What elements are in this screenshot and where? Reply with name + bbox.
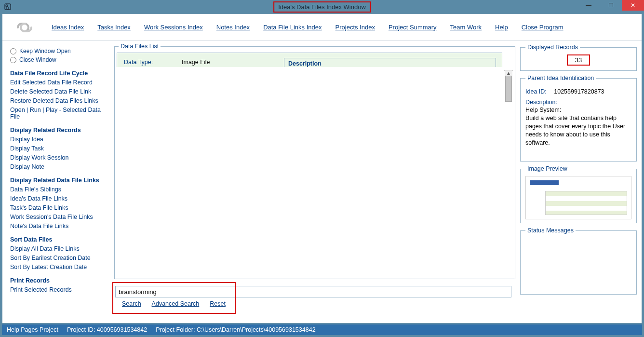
footer-project-id-label: Project ID: xyxy=(67,326,95,333)
center-column: Data Files List Displaying All Records D… xyxy=(113,41,518,323)
image-preview xyxy=(525,176,631,219)
advanced-search-button[interactable]: Advanced Search xyxy=(152,300,200,307)
left-sidebar: Keep Window Open Close Window Data File … xyxy=(2,41,113,323)
idea-id-label: Idea ID: xyxy=(525,88,547,95)
svg-point-1 xyxy=(6,5,8,7)
status-messages-legend: Status Messages xyxy=(525,227,576,234)
footer-project-folder-label: Project Folder: xyxy=(156,326,195,333)
link-display-note[interactable]: Display Note xyxy=(10,163,107,170)
record-card[interactable]: Data Type: Image File Data File ID: 6506… xyxy=(117,53,502,67)
nav-data-file-links-index[interactable]: Data File Links Index xyxy=(263,24,322,31)
parent-idea-box: Parent Idea Identification Idea ID: 1025… xyxy=(520,75,637,162)
link-work-sessions-data-file-links[interactable]: Work Session's Data File Links xyxy=(10,214,107,220)
close-button[interactable]: ✕ xyxy=(622,0,644,11)
nav-help[interactable]: Help xyxy=(495,24,508,31)
link-print-selected-records[interactable]: Print Selected Records xyxy=(10,286,107,293)
records-viewport: Data Type: Image File Data File ID: 6506… xyxy=(115,50,515,67)
nav-tasks-index[interactable]: Tasks Index xyxy=(97,24,131,31)
group-heading: Display Related Data File Links xyxy=(10,177,107,184)
nav-close-program[interactable]: Close Program xyxy=(522,24,564,31)
link-ideas-data-file-links[interactable]: Idea's Data File Links xyxy=(10,195,107,202)
group-heading: Data File Record Life Cycle xyxy=(10,70,107,77)
image-preview-legend: Image Preview xyxy=(525,165,569,172)
footer-project-folder: C:\Users\Darren\Projects\400956931534842 xyxy=(197,326,316,333)
status-messages-box: Status Messages xyxy=(520,227,637,295)
radio-label: Close Window xyxy=(19,56,56,63)
footer-project-name: Help Pages Project xyxy=(7,326,58,333)
radio-close-window[interactable]: Close Window xyxy=(10,56,107,63)
app-icon xyxy=(3,2,13,12)
link-open-run-play-selected-data-file[interactable]: Open | Run | Play - Selected Data File xyxy=(10,107,107,120)
group-heading: Print Records xyxy=(10,277,107,284)
search-button[interactable]: Search xyxy=(122,300,141,307)
link-notes-data-file-links[interactable]: Note's Data File Links xyxy=(10,223,107,229)
link-display-idea[interactable]: Display Idea xyxy=(10,136,107,143)
link-delete-selected-data-file-link[interactable]: Delete Selected Data File Link xyxy=(10,88,107,95)
displayed-records-legend: Displayed Records xyxy=(525,44,580,51)
description-body: Build a web site that contains help page… xyxy=(525,114,631,147)
maximize-button[interactable]: ☐ xyxy=(600,0,622,11)
footer-project-id: 400956931534842 xyxy=(97,326,147,333)
description-label: Description: xyxy=(525,99,631,106)
link-restore-deleted-data-files-links[interactable]: Restore Deleted Data Files Links xyxy=(10,97,107,104)
search-input[interactable] xyxy=(115,286,511,297)
chain-link-icon xyxy=(11,18,38,37)
search-area: Search Advanced Search Reset xyxy=(114,284,515,312)
window-title: Idea's Data Files Index Window xyxy=(273,1,371,13)
link-display-work-session[interactable]: Display Work Session xyxy=(10,154,107,161)
link-tasks-data-file-links[interactable]: Task's Data File Links xyxy=(10,204,107,211)
displayed-records-box: Displayed Records 33 xyxy=(520,44,637,71)
image-preview-box: Image Preview xyxy=(520,165,637,223)
displayed-records-count: 33 xyxy=(567,54,590,66)
nav-team-work[interactable]: Team Work xyxy=(450,24,482,31)
top-nav: Ideas Index Tasks Index Work Sessions In… xyxy=(2,14,642,41)
window-controls: — ☐ ✕ xyxy=(577,0,644,12)
group-heading: Sort Data Files xyxy=(10,236,107,243)
scroll-up-icon[interactable]: ▲ xyxy=(505,70,512,76)
status-bar: Help Pages Project Project ID: 400956931… xyxy=(2,324,642,335)
idea-id-value: 102559917820873 xyxy=(554,88,604,95)
field-label: Data Type: xyxy=(124,59,177,66)
svg-rect-0 xyxy=(5,4,11,10)
app-body: Ideas Index Tasks Index Work Sessions In… xyxy=(2,13,642,324)
link-sort-by-earliest-creation-date[interactable]: Sort By Earilest Creation Date xyxy=(10,255,107,261)
data-files-list-legend: Data Files List xyxy=(119,43,161,50)
records-scrollbar[interactable]: ▲ ▼ xyxy=(504,70,513,71)
nav-work-sessions-index[interactable]: Work Sessions Index xyxy=(144,24,203,31)
link-sort-by-latest-creation-date[interactable]: Sort By Latest Creation Date xyxy=(10,264,107,270)
right-sidebar: Displayed Records 33 Parent Idea Identif… xyxy=(518,41,642,323)
group-heading: Display Related Records xyxy=(10,127,107,134)
data-files-list: Data Files List Displaying All Records D… xyxy=(114,43,515,279)
description-label: Description xyxy=(288,60,492,67)
description-title: Help System: xyxy=(525,107,631,113)
scroll-thumb[interactable] xyxy=(505,76,512,102)
link-display-all-data-file-links[interactable]: Display All Data File Links xyxy=(10,245,107,252)
minimize-button[interactable]: — xyxy=(577,0,600,11)
record-description-box: Description Note Image: 20378556832811.P… xyxy=(284,58,496,67)
parent-idea-legend: Parent Idea Identification xyxy=(525,75,596,81)
radio-keep-window-open[interactable]: Keep Window Open xyxy=(10,48,107,54)
nav-ideas-index[interactable]: Ideas Index xyxy=(52,24,84,31)
link-display-task[interactable]: Display Task xyxy=(10,145,107,152)
link-edit-selected-data-file-record[interactable]: Edit Selected Data File Record xyxy=(10,79,107,86)
nav-notes-index[interactable]: Notes Index xyxy=(216,24,250,31)
radio-label: Keep Window Open xyxy=(19,48,71,54)
reset-button[interactable]: Reset xyxy=(210,300,226,307)
link-data-files-siblings[interactable]: Data File's Siblings xyxy=(10,186,107,193)
titlebar: Idea's Data Files Index Window — ☐ ✕ xyxy=(0,0,644,13)
nav-project-summary[interactable]: Project Summary xyxy=(389,24,437,31)
nav-projects-index[interactable]: Projects Index xyxy=(335,24,375,31)
